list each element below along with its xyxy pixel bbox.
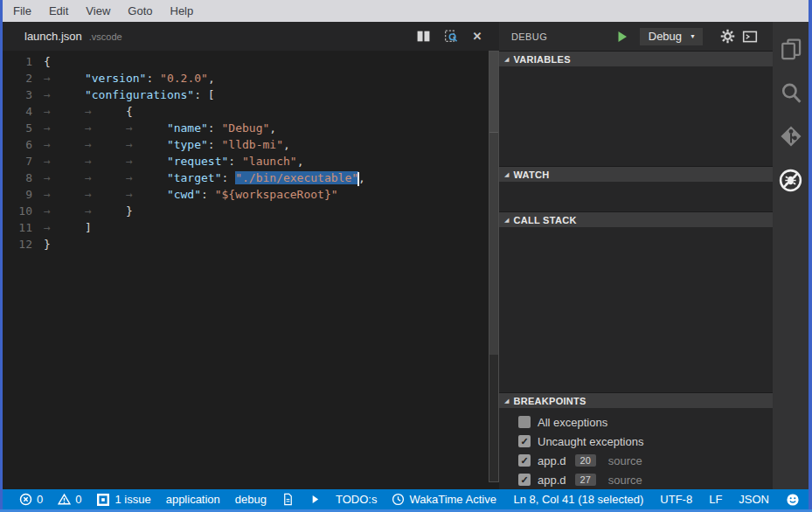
smiley-icon <box>786 493 800 507</box>
status-bar-left: 001 issueapplicationdebugTODO:sWakaTime … <box>19 493 496 507</box>
code-line-9[interactable]: 9→ → → "cwd": "${workspaceRoot}" <box>3 186 499 203</box>
status-1-issue[interactable]: 1 issue <box>96 493 150 507</box>
status-text: TODO:s <box>336 493 377 506</box>
status-todo-s[interactable]: TODO:s <box>336 493 377 506</box>
collapse-triangle-icon: ◢ <box>504 217 509 223</box>
token-key: "version" <box>85 72 146 85</box>
gear-icon <box>720 29 735 44</box>
breakpoint-row[interactable]: ✓Uncaught exceptions <box>499 432 773 451</box>
code-line-4[interactable]: 4→ → { <box>3 103 499 120</box>
collapse-triangle-icon: ◢ <box>504 56 509 62</box>
status-play[interactable] <box>309 494 321 505</box>
status-smiley[interactable] <box>786 493 800 507</box>
line-number-badge: 20 <box>575 454 596 467</box>
breakpoints-body: All exceptions✓Uncaught exceptions✓app.d… <box>499 408 773 489</box>
status-0[interactable]: 0 <box>58 493 81 506</box>
code-line-12[interactable]: 12} <box>3 236 499 253</box>
status-debug[interactable]: debug <box>235 493 267 506</box>
activity-bar <box>773 22 809 489</box>
status-file[interactable] <box>281 493 295 506</box>
code-line-1[interactable]: 1{ <box>3 53 499 70</box>
checkbox-unchecked[interactable] <box>518 416 531 428</box>
breakpoint-source-hint: source <box>608 474 642 487</box>
open-preview-button[interactable] <box>442 29 458 45</box>
editor-scrollbar[interactable] <box>489 51 499 482</box>
file-icon <box>281 493 295 506</box>
code-line-10[interactable]: 10→ → } <box>3 203 499 219</box>
collapse-triangle-icon: ◢ <box>504 171 509 177</box>
menu-item-view[interactable]: View <box>77 4 119 17</box>
error-icon <box>19 493 32 506</box>
section-label: BREAKPOINTS <box>513 396 586 406</box>
menu-item-edit[interactable]: Edit <box>40 4 77 17</box>
status-lf[interactable]: LF <box>709 493 722 506</box>
configure-gear-button[interactable] <box>718 28 736 45</box>
split-editor-button[interactable] <box>415 29 431 45</box>
search-icon <box>780 81 802 104</box>
token-str: "launch" <box>242 155 297 168</box>
breakpoint-row[interactable]: ✓app.d20source <box>499 451 773 470</box>
code-text: → "version": "0.2.0", <box>44 70 215 86</box>
status-text: 0 <box>75 493 81 506</box>
checkbox-checked[interactable]: ✓ <box>518 435 531 447</box>
code-line-11[interactable]: 11→ ] <box>3 219 499 236</box>
token-punct: , <box>358 171 365 184</box>
status-ln-8-col-41-18-selected[interactable]: Ln 8, Col 41 (18 selected) <box>513 493 643 506</box>
token-punct: , <box>283 138 290 151</box>
activity-item-no-bug[interactable] <box>779 168 803 192</box>
variables-body <box>499 66 773 166</box>
window-border-left <box>0 0 3 512</box>
whitespace-tab-arrows: → → → <box>44 138 167 151</box>
code-line-7[interactable]: 7→ → → "request": "launch", <box>3 153 499 170</box>
git-icon <box>780 125 802 148</box>
debug-config-dropdown[interactable]: Debug ▼ <box>640 28 703 45</box>
activity-item-search[interactable] <box>779 80 803 105</box>
token-punct: : <box>228 155 242 168</box>
menu-item-goto[interactable]: Goto <box>119 4 161 17</box>
checkbox-checked[interactable]: ✓ <box>518 474 531 486</box>
activity-item-git[interactable] <box>779 124 803 149</box>
token-key: "request" <box>167 155 228 168</box>
section-header-variables[interactable]: ◢ VARIABLES <box>499 51 773 66</box>
status-text: UTF-8 <box>660 493 692 506</box>
status-wakatime-active[interactable]: WakaTime Active <box>392 493 496 506</box>
status-0[interactable]: 0 <box>19 493 43 506</box>
status-json[interactable]: JSON <box>739 493 769 506</box>
code-line-2[interactable]: 2→ "version": "0.2.0", <box>3 70 499 86</box>
section-header-breakpoints[interactable]: ◢ BREAKPOINTS <box>499 392 773 408</box>
status-application[interactable]: application <box>166 493 220 506</box>
whitespace-tab-arrows: → <box>44 72 85 85</box>
section-header-call-stack[interactable]: ◢ CALL STACK <box>499 211 773 227</box>
breakpoint-label: app.d <box>538 474 566 487</box>
code-line-8[interactable]: 8→ → → "target": "./bin/executable", <box>3 170 499 186</box>
checkbox-checked[interactable]: ✓ <box>518 454 531 467</box>
section-label: CALL STACK <box>513 215 576 225</box>
debug-console-button[interactable] <box>741 28 759 45</box>
menu-item-help[interactable]: Help <box>162 4 203 17</box>
token-str: "${workspaceRoot}" <box>215 188 338 201</box>
activity-item-files[interactable] <box>779 37 803 61</box>
chevron-down-icon: ▼ <box>690 33 696 39</box>
editor-region: launch.json .vscode ✕ 1{2→ "version": "0… <box>3 22 499 489</box>
editor-tabbar: launch.json .vscode ✕ <box>3 22 499 51</box>
status-utf-8[interactable]: UTF-8 <box>660 493 692 506</box>
scrollbar-thumb[interactable] <box>489 52 498 355</box>
code-line-6[interactable]: 6→ → → "type": "lldb-mi", <box>3 136 499 153</box>
code-line-3[interactable]: 3→ "configurations": [ <box>3 86 499 103</box>
tab-launch-json[interactable]: launch.json .vscode <box>3 30 122 43</box>
whitespace-tab-arrows: → → → <box>44 121 167 135</box>
section-header-watch[interactable]: ◢ WATCH <box>499 166 773 182</box>
token-key: "cwd" <box>167 188 201 201</box>
token-punct: } <box>44 238 51 251</box>
close-button[interactable]: ✕ <box>469 29 485 45</box>
code-editor[interactable]: 1{2→ "version": "0.2.0",3→ "configuratio… <box>3 51 499 253</box>
breakpoint-row[interactable]: ✓app.d27source <box>499 470 773 489</box>
code-line-5[interactable]: 5→ → → "name": "Debug", <box>3 120 499 136</box>
warning-icon <box>58 493 71 506</box>
menu-item-file[interactable]: File <box>4 4 40 17</box>
whitespace-tab-arrows: → → → <box>44 155 167 168</box>
call-stack-body <box>499 227 773 392</box>
breakpoint-row[interactable]: All exceptions <box>499 412 773 432</box>
start-debug-button[interactable] <box>615 30 629 44</box>
token-punct: { <box>44 55 51 68</box>
